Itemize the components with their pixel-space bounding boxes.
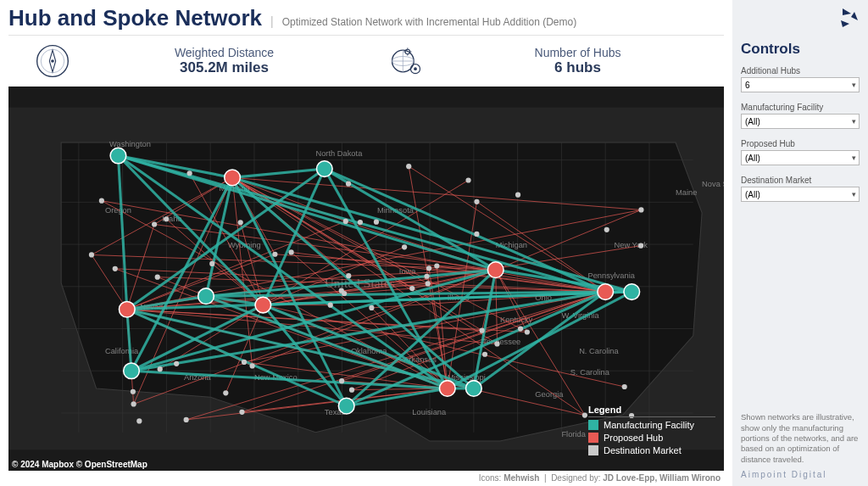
svg-point-250 [598, 284, 614, 300]
svg-point-238 [349, 388, 354, 393]
credits-design-label: Designed by: [551, 473, 600, 483]
brand-logo-icon [836, 5, 861, 31]
svg-text:N. Carolina: N. Carolina [579, 347, 619, 355]
svg-point-223 [346, 273, 351, 278]
main-panel: Hub and Spoke Network | Optimized Statio… [0, 0, 732, 486]
legend-item: Destination Market [588, 445, 715, 455]
legend-item: Manufacturing Facility [588, 420, 715, 430]
proposed-select[interactable]: (All) [741, 150, 860, 165]
svg-point-218 [113, 266, 118, 271]
svg-point-240 [158, 366, 163, 371]
compass-icon [34, 42, 71, 80]
svg-point-256 [466, 381, 482, 397]
svg-point-195 [250, 363, 255, 368]
svg-point-194 [426, 265, 431, 271]
credits-icons-label: Icons: [479, 473, 502, 483]
control-manufacturing: Manufacturing Facility (All) [741, 103, 860, 129]
kpi-distance-value: 305.2M miles [86, 59, 362, 76]
svg-point-216 [164, 216, 169, 221]
controls-panel: Controls Additional Hubs 6 Manufacturing… [732, 0, 868, 486]
svg-text:Maine: Maine [676, 188, 697, 197]
svg-point-202 [155, 275, 160, 280]
page-subtitle: Optimized Station Network with Increment… [282, 16, 576, 28]
kpi-row: Weighted Distance 305.2M miles Number of… [8, 41, 724, 87]
manufacturing-select[interactable]: (All) [741, 114, 860, 129]
map-legend: Legend Manufacturing FacilityProposed Hu… [588, 405, 715, 455]
additional-hubs-label: Additional Hubs [741, 66, 860, 75]
svg-point-241 [604, 227, 609, 232]
svg-text:Louisiana: Louisiana [412, 408, 447, 416]
svg-point-242 [99, 198, 104, 204]
svg-point-213 [358, 220, 363, 225]
kpi-distance: Weighted Distance 305.2M miles [34, 42, 362, 80]
svg-marker-260 [841, 20, 849, 27]
svg-point-205 [474, 232, 479, 237]
svg-point-237 [136, 418, 142, 423]
svg-text:Washington: Washington [109, 140, 151, 148]
additional-hubs-select[interactable]: 6 [741, 77, 860, 92]
svg-point-208 [402, 244, 407, 249]
svg-point-203 [638, 207, 643, 212]
svg-point-252 [316, 161, 332, 177]
svg-point-257 [624, 284, 640, 300]
credits-row: Icons: Mehwish | Designed by: JD Love-Ep… [8, 471, 724, 483]
svg-point-7 [414, 67, 417, 70]
svg-point-214 [434, 263, 439, 268]
svg-point-3 [51, 59, 54, 63]
legend-title: Legend [588, 405, 715, 417]
manufacturing-label: Manufacturing Facility [741, 103, 860, 112]
svg-point-225 [515, 193, 520, 198]
kpi-hubs-value: 6 hubs [440, 59, 715, 76]
controls-title: Controls [741, 41, 860, 58]
svg-point-209 [174, 361, 179, 366]
svg-point-255 [338, 398, 354, 414]
svg-point-229 [518, 327, 523, 332]
svg-point-230 [406, 164, 411, 169]
svg-point-239 [426, 281, 431, 286]
svg-text:Florida: Florida [561, 430, 586, 439]
globe-gear-icon [387, 42, 425, 80]
kpi-hubs: Number of Hubs 6 hubs [387, 42, 715, 80]
svg-point-200 [187, 170, 192, 176]
svg-point-221 [339, 288, 344, 293]
svg-point-234 [239, 410, 244, 415]
svg-text:Pennsylvania: Pennsylvania [587, 272, 635, 281]
svg-point-247 [255, 297, 271, 313]
svg-text:Oregon: Oregon [105, 206, 131, 215]
kpi-distance-label: Weighted Distance [86, 46, 362, 59]
svg-point-245 [225, 170, 241, 186]
svg-point-196 [465, 177, 470, 182]
svg-point-243 [494, 341, 499, 346]
svg-point-251 [110, 148, 126, 164]
svg-point-220 [638, 243, 643, 249]
svg-point-224 [238, 220, 243, 225]
svg-point-197 [374, 220, 379, 225]
svg-point-199 [409, 286, 415, 291]
svg-point-212 [223, 390, 228, 395]
control-destination: Destination Market (All) [741, 176, 860, 202]
svg-point-193 [131, 389, 136, 394]
svg-point-215 [525, 329, 530, 334]
svg-point-210 [288, 249, 293, 254]
destination-label: Destination Market [741, 176, 860, 185]
svg-point-198 [474, 199, 479, 204]
map-attribution: © 2024 Mapbox © OpenStreetMap [12, 460, 147, 469]
destination-select[interactable]: (All) [741, 187, 860, 202]
svg-point-217 [346, 182, 351, 187]
svg-point-249 [439, 381, 455, 397]
svg-point-253 [198, 288, 214, 304]
svg-point-219 [480, 328, 485, 333]
svg-point-254 [124, 363, 140, 379]
controls-note: Shown networks are illustrative, show on… [741, 412, 860, 465]
svg-text:Iowa: Iowa [399, 267, 416, 276]
svg-marker-258 [843, 8, 851, 15]
brand-text: Aimpoint Digital [741, 470, 860, 479]
proposed-label: Proposed Hub [741, 139, 860, 148]
svg-text:California: California [105, 347, 139, 355]
svg-point-231 [272, 252, 277, 257]
svg-point-235 [89, 252, 94, 257]
network-map[interactable]: United StatesWashingtonOregonIdahoMontan… [8, 87, 724, 471]
svg-point-246 [119, 301, 135, 317]
legend-item: Proposed Hub [588, 433, 715, 443]
svg-point-227 [582, 412, 587, 417]
